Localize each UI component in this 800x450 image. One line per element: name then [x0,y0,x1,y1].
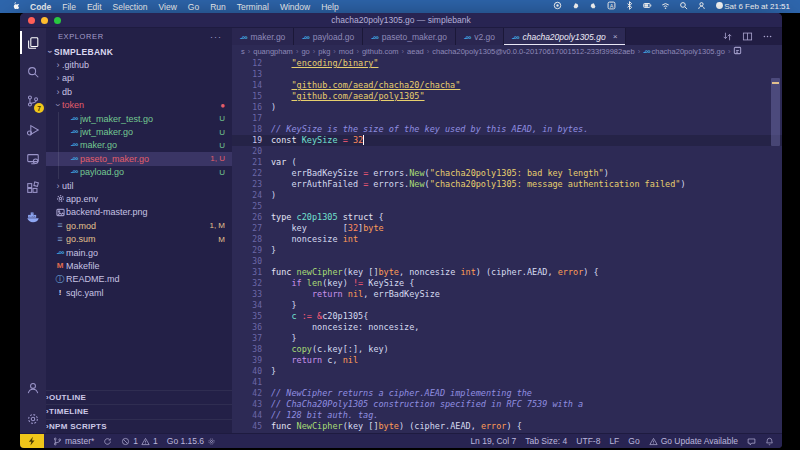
code-line-42[interactable]: 42// NewCipher returns a cipher.AEAD imp… [232,388,782,399]
menu-terminal[interactable]: Terminal [237,2,269,12]
tab-chacha20poly1305-go[interactable]: -∞chacha20poly1305.go× [504,28,626,45]
tab-v2-go[interactable]: -∞v2.go [456,28,504,45]
section-timeline[interactable]: ›TIMELINE [46,404,232,418]
code-line-43[interactable]: 43// ChaCha20Poly1305 construction speci… [232,399,782,410]
activitybar-source-control[interactable]: 7 [20,86,46,115]
tree-item-go-mod[interactable]: ≡go.mod1, M [46,219,232,232]
editor-scrollbar[interactable] [771,78,780,146]
git-branch[interactable]: master* [53,436,94,446]
code-line-32[interactable]: 32 if len(key) != KeySize { [232,278,782,289]
menu-run[interactable]: Run [210,2,226,12]
code-line-25[interactable]: 25 [232,201,782,212]
activitybar-docker[interactable] [20,202,46,231]
menu-help[interactable]: Help [321,2,338,12]
section-npm-scripts[interactable]: ›NPM SCRIPTS [46,419,232,433]
wifi-icon[interactable] [661,1,670,12]
code-line-14[interactable]: 14 "github.com/aead/chacha20/chacha" [232,80,782,91]
breadcrumb-item[interactable]: github.com [362,47,399,56]
activitybar-settings[interactable] [20,404,46,433]
code-line-27[interactable]: 27 key [32]byte [232,223,782,234]
encoding[interactable]: UTF-8 [576,436,600,446]
minimize-window-button[interactable] [41,17,48,24]
code-line-44[interactable]: 44// 128 bit auth. tag. [232,410,782,421]
code-line-21[interactable]: 21var ( [232,157,782,168]
indentation[interactable]: Tab Size: 4 [525,436,567,446]
hand2-icon[interactable] [589,1,598,12]
tree-item--github[interactable]: ›.github [46,58,232,71]
tree-root-simplebank[interactable]: ›SIMPLEBANK [46,45,232,58]
code-line-19[interactable]: 19const KeySize = 32 [232,135,782,146]
code-line-37[interactable]: 37 } [232,333,782,344]
breadcrumb-item[interactable]: pkg [318,47,330,56]
tree-item-readme-md[interactable]: ⓘREADME.md [46,273,232,286]
go-update-notice[interactable]: Go Update Available [649,436,738,446]
code-line-31[interactable]: 31func newCipher(key []byte, noncesize i… [232,267,782,278]
tab-paseto-maker-go[interactable]: -∞paseto_maker.go [363,28,456,45]
code-line-29[interactable]: 29} [232,245,782,256]
breadcrumb-item[interactable]: aead [407,47,424,56]
code-line-28[interactable]: 28 noncesize int [232,234,782,245]
breadcrumb-item[interactable]: mod [339,47,354,56]
go-version[interactable]: Go 1.15.6 [167,436,216,446]
language-mode[interactable]: Go [628,436,639,446]
code-line-23[interactable]: 23 errAuthFailed = errors.New("chacha20p… [232,179,782,190]
zoom-window-button[interactable] [54,17,61,24]
code-line-35[interactable]: 35 c := &c20p1305{ [232,311,782,322]
menu-file[interactable]: File [62,2,76,12]
code-line-45[interactable]: 45func NewCipher(key []byte) (cipher.AEA… [232,421,782,432]
breadcrumb-item[interactable]: -∞chacha20poly1305.go [643,47,725,56]
breadcrumb-item[interactable] [733,46,742,57]
activitybar-remote-explorer[interactable] [20,144,46,173]
more-actions-icon[interactable] [762,28,773,46]
activitybar-run-debug[interactable] [20,115,46,144]
close-window-button[interactable] [28,17,35,24]
tree-item-payload-go[interactable]: -∞payload.goU [46,166,232,179]
menu-selection[interactable]: Selection [113,2,148,12]
code-line-40[interactable]: 40} [232,366,782,377]
breadcrumb-item[interactable]: go [301,47,309,56]
tree-item-makefile[interactable]: MMakefile [46,259,232,272]
code-line-16[interactable]: 16) [232,102,782,113]
code-line-39[interactable]: 39 return c, nil [232,355,782,366]
code-line-13[interactable]: 13 [232,69,782,80]
eol-selector[interactable]: LF [609,436,619,446]
tree-item-sqlc-yaml[interactable]: !sqlc.yaml [46,286,232,299]
tree-item-util[interactable]: ›util [46,179,232,192]
code-line-38[interactable]: 38 copy(c.key[:], key) [232,344,782,355]
spotlight-icon[interactable] [679,1,688,12]
remote-indicator[interactable] [20,434,44,448]
breadcrumb-item[interactable]: quangpham [253,47,293,56]
sync-button[interactable] [103,437,112,446]
tree-item-main-go[interactable]: -∞main.go [46,246,232,259]
code-line-17[interactable]: 17 [232,113,782,124]
hand-icon[interactable] [571,1,580,12]
explorer-more-actions-icon[interactable]: ··· [210,32,222,42]
tree-item-jwt-maker-go[interactable]: -∞jwt_maker.goU [46,125,232,138]
record-icon[interactable] [553,1,562,12]
battery-icon[interactable] [643,1,652,12]
apple-icon[interactable] [10,1,19,12]
split-editor-icon[interactable] [742,28,753,46]
notifications-button[interactable] [765,437,774,446]
tree-item-backend-master-png[interactable]: backend-master.png [46,206,232,219]
window-titlebar[interactable]: chacha20poly1305.go — simplebank [20,13,782,28]
feedback-button[interactable] [747,437,756,446]
code-line-34[interactable]: 34 } [232,300,782,311]
tree-item-app-env[interactable]: app.env [46,192,232,205]
code-line-20[interactable]: 20 [232,146,782,157]
tree-item-maker-go[interactable]: -∞maker.goU [46,139,232,152]
bluetooth-icon[interactable] [625,1,634,12]
tree-item-go-sum[interactable]: ≡go.sumM [46,232,232,245]
menubar-clock[interactable]: Sat 6 Feb at 21:51 [724,2,790,11]
code-line-15[interactable]: 15 "github.com/aead/poly1305" [232,91,782,102]
breadcrumb[interactable]: s›quangpham›go›pkg›mod›github.com›aead›c… [232,45,782,58]
code-line-18[interactable]: 18// KeySize is the size of the key used… [232,124,782,135]
tab-maker-go[interactable]: -∞maker.go [232,28,294,45]
menu-view[interactable]: View [159,2,177,12]
code-line-30[interactable]: 30 [232,256,782,267]
breadcrumb-item[interactable]: chacha20poly1305@v0.0.0-20170617001512-2… [432,47,634,56]
tree-item-jwt-maker-test-go[interactable]: -∞jwt_maker_test.goU [46,112,232,125]
code-line-12[interactable]: 12 "encoding/binary" [232,58,782,69]
problems-indicator[interactable]: 1 1 [121,436,157,446]
activitybar-search[interactable] [20,57,46,86]
